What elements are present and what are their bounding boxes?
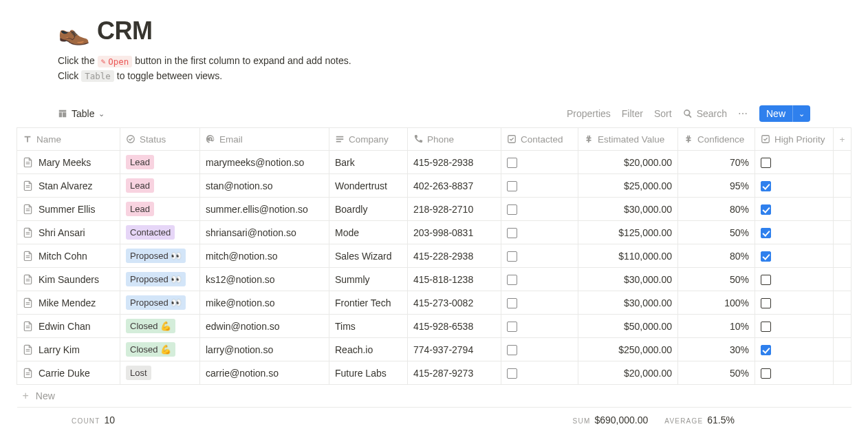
estimated-value-cell[interactable]: $250,000.00 <box>578 338 678 361</box>
phone-cell[interactable]: 218-928-2710 <box>408 198 501 221</box>
page-title[interactable]: CRM <box>97 17 152 45</box>
company-cell[interactable]: Sales Wizard <box>329 244 408 268</box>
col-email[interactable]: Email <box>200 128 329 151</box>
search-button[interactable]: Search <box>683 108 727 119</box>
high-priority-checkbox[interactable] <box>761 298 771 308</box>
status-tag[interactable]: Lost <box>126 366 151 380</box>
name-cell[interactable]: Larry Kim <box>23 344 114 355</box>
email-cell[interactable]: carrie@notion.so <box>200 361 329 385</box>
confidence-cell[interactable]: 95% <box>678 174 755 198</box>
contacted-checkbox[interactable] <box>507 251 517 262</box>
contacted-checkbox[interactable] <box>507 345 517 355</box>
email-cell[interactable]: larry@notion.so <box>200 338 329 361</box>
estimated-value-cell[interactable]: $20,000.00 <box>578 151 678 174</box>
email-cell[interactable]: ks12@notion.so <box>200 268 329 291</box>
table-row[interactable]: Mary MeeksLeadmarymeeks@notion.soBark415… <box>17 151 851 174</box>
company-cell[interactable]: Mode <box>329 221 408 244</box>
col-estimated-value[interactable]: Estimated Value <box>578 128 678 151</box>
email-cell[interactable]: summer.ellis@notion.so <box>200 198 329 221</box>
confidence-cell[interactable]: 70% <box>678 151 755 174</box>
email-cell[interactable]: shriansari@notion.so <box>200 221 329 244</box>
contacted-checkbox[interactable] <box>507 158 517 168</box>
company-cell[interactable]: Future Labs <box>329 361 408 385</box>
table-row[interactable]: Shri AnsariContactedshriansari@notion.so… <box>17 221 851 244</box>
contacted-checkbox[interactable] <box>507 322 517 332</box>
high-priority-checkbox[interactable] <box>761 251 771 262</box>
high-priority-checkbox[interactable] <box>761 228 771 238</box>
new-button[interactable]: New ⌄ <box>759 105 810 122</box>
company-cell[interactable]: Wondertrust <box>329 174 408 198</box>
confidence-cell[interactable]: 100% <box>678 291 755 315</box>
name-cell[interactable]: Edwin Chan <box>23 321 114 332</box>
status-tag[interactable]: Lead <box>126 178 154 193</box>
company-cell[interactable]: Boardly <box>329 198 408 221</box>
confidence-cell[interactable]: 50% <box>678 268 755 291</box>
email-cell[interactable]: stan@notion.so <box>200 174 329 198</box>
estimated-value-cell[interactable]: $25,000.00 <box>578 174 678 198</box>
estimated-value-cell[interactable]: $125,000.00 <box>578 221 678 244</box>
name-cell[interactable]: Kim Saunders <box>23 274 114 285</box>
company-cell[interactable]: Tims <box>329 315 408 338</box>
col-high-priority[interactable]: High Priority <box>755 128 834 151</box>
phone-cell[interactable]: 415-287-9273 <box>408 361 501 385</box>
contacted-checkbox[interactable] <box>507 368 517 379</box>
table-row[interactable]: Mitch CohnProposed 👀mitch@notion.soSales… <box>17 244 851 268</box>
phone-cell[interactable]: 415-273-0082 <box>408 291 501 315</box>
contacted-checkbox[interactable] <box>507 204 517 215</box>
name-cell[interactable]: Mitch Cohn <box>23 251 114 262</box>
high-priority-checkbox[interactable] <box>761 181 771 191</box>
sort-button[interactable]: Sort <box>654 108 672 119</box>
high-priority-checkbox[interactable] <box>761 345 771 355</box>
email-cell[interactable]: mitch@notion.so <box>200 244 329 268</box>
phone-cell[interactable]: 415-928-6538 <box>408 315 501 338</box>
confidence-cell[interactable]: 50% <box>678 361 755 385</box>
high-priority-checkbox[interactable] <box>761 158 771 168</box>
name-cell[interactable]: Stan Alvarez <box>23 180 114 191</box>
estimated-value-cell[interactable]: $30,000.00 <box>578 291 678 315</box>
confidence-cell[interactable]: 50% <box>678 221 755 244</box>
estimated-value-cell[interactable]: $30,000.00 <box>578 268 678 291</box>
status-tag[interactable]: Lead <box>126 202 154 216</box>
confidence-cell[interactable]: 30% <box>678 338 755 361</box>
table-row[interactable]: Summer EllisLeadsummer.ellis@notion.soBo… <box>17 198 851 221</box>
contacted-checkbox[interactable] <box>507 275 517 285</box>
contacted-checkbox[interactable] <box>507 228 517 238</box>
table-row[interactable]: Stan AlvarezLeadstan@notion.soWondertrus… <box>17 174 851 198</box>
properties-button[interactable]: Properties <box>567 108 611 119</box>
estimated-value-cell[interactable]: $20,000.00 <box>578 361 678 385</box>
name-cell[interactable]: Mary Meeks <box>23 157 114 168</box>
phone-cell[interactable]: 203-998-0831 <box>408 221 501 244</box>
status-tag[interactable]: Contacted <box>126 225 175 240</box>
phone-cell[interactable]: 415-818-1238 <box>408 268 501 291</box>
view-switcher[interactable]: Table ⌄ <box>58 108 105 119</box>
status-tag[interactable]: Proposed 👀 <box>126 272 186 286</box>
col-confidence[interactable]: Confidence <box>678 128 755 151</box>
company-cell[interactable]: Summly <box>329 268 408 291</box>
status-tag[interactable]: Proposed 👀 <box>126 249 186 263</box>
high-priority-checkbox[interactable] <box>761 204 771 215</box>
contacted-checkbox[interactable] <box>507 298 517 308</box>
new-button-dropdown[interactable]: ⌄ <box>792 105 810 122</box>
col-contacted[interactable]: Contacted <box>501 128 578 151</box>
table-row[interactable]: Mike MendezProposed 👀mike@notion.soFront… <box>17 291 851 315</box>
col-phone[interactable]: Phone <box>408 128 501 151</box>
confidence-cell[interactable]: 10% <box>678 315 755 338</box>
table-row[interactable]: Kim SaundersProposed 👀ks12@notion.soSumm… <box>17 268 851 291</box>
table-row[interactable]: Carrie DukeLostcarrie@notion.soFuture La… <box>17 361 851 385</box>
high-priority-checkbox[interactable] <box>761 322 771 332</box>
email-cell[interactable]: edwin@notion.so <box>200 315 329 338</box>
status-tag[interactable]: Closed 💪 <box>126 319 175 333</box>
table-row[interactable]: Edwin ChanClosed 💪edwin@notion.soTims415… <box>17 315 851 338</box>
status-tag[interactable]: Proposed 👀 <box>126 295 186 310</box>
company-cell[interactable]: Bark <box>329 151 408 174</box>
col-name[interactable]: Name <box>17 128 120 151</box>
name-cell[interactable]: Carrie Duke <box>23 368 114 379</box>
company-cell[interactable]: Reach.io <box>329 338 408 361</box>
phone-cell[interactable]: 774-937-2794 <box>408 338 501 361</box>
confidence-cell[interactable]: 80% <box>678 198 755 221</box>
col-company[interactable]: Company <box>329 128 408 151</box>
name-cell[interactable]: Mike Mendez <box>23 297 114 308</box>
name-cell[interactable]: Shri Ansari <box>23 227 114 238</box>
status-tag[interactable]: Closed 💪 <box>126 342 175 357</box>
filter-button[interactable]: Filter <box>622 108 643 119</box>
